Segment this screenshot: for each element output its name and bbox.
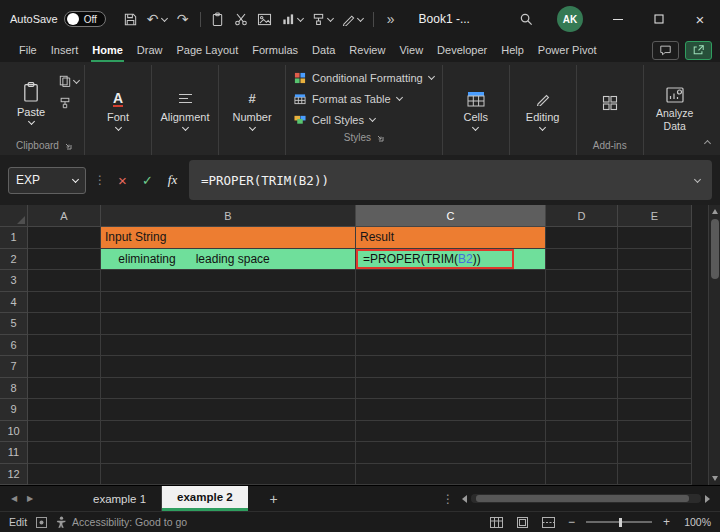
cell-A4[interactable] [28,292,101,314]
accessibility-checker-button[interactable]: Accessibility: Good to go [56,516,187,528]
tab-review[interactable]: Review [342,38,392,62]
cell-A7[interactable] [28,356,101,378]
row-header-6[interactable]: 6 [0,335,28,357]
tab-home[interactable]: Home [85,38,130,62]
row-header-12[interactable]: 12 [0,464,28,486]
cell-E7[interactable] [618,356,692,378]
clipboard-button[interactable] [207,6,229,32]
column-header-A[interactable]: A [28,205,101,227]
row-header-11[interactable]: 11 [0,442,28,464]
vertical-scrollbar[interactable] [708,205,720,485]
cell-C11[interactable] [356,442,546,464]
cell-E9[interactable] [618,399,692,421]
cell-B11[interactable] [101,442,356,464]
tab-file[interactable]: File [12,38,44,62]
column-header-D[interactable]: D [546,205,618,227]
cell-A1[interactable] [28,227,101,249]
cell-A11[interactable] [28,442,101,464]
cell-E1[interactable] [618,227,692,249]
column-header-B[interactable]: B [101,205,356,227]
cell-C4[interactable] [356,292,546,314]
tab-formulas[interactable]: Formulas [245,38,305,62]
cell-C12[interactable] [356,464,546,486]
row-header-5[interactable]: 5 [0,313,28,335]
sheet-nav-right-button[interactable]: ▶ [22,494,38,503]
share-button[interactable] [685,41,712,60]
sheet-tab-example-1[interactable]: example 1 [78,486,162,511]
horizontal-scrollbar[interactable] [462,494,714,503]
format-painter-button[interactable] [308,6,337,32]
normal-view-button[interactable] [488,517,505,528]
redo-button[interactable]: ↷ [172,6,194,32]
minimize-button[interactable] [598,0,638,38]
zoom-out-button[interactable]: − [566,515,577,529]
cell-A8[interactable] [28,378,101,400]
cells-dropdown[interactable]: Cells [448,67,504,153]
zoom-slider[interactable] [586,516,652,528]
new-sheet-button[interactable]: + [262,491,286,507]
cut-button[interactable] [230,6,252,32]
tab-data[interactable]: Data [305,38,342,62]
row-header-1[interactable]: 1 [0,227,28,249]
format-painter-small-button[interactable] [59,97,79,109]
cell-A2[interactable] [28,249,101,271]
alignment-dropdown[interactable]: Alignment [157,67,213,153]
sheet-tab-example-2[interactable]: example 2 [162,486,248,511]
number-dropdown[interactable]: # Number [224,67,280,153]
cell-C2[interactable]: =PROPER(TRIM(B2)) [356,249,546,271]
clipboard-dialog-launcher[interactable] [64,142,72,150]
page-break-view-button[interactable] [540,517,557,528]
conditional-formatting-button[interactable]: Conditional Formatting [291,67,437,88]
editing-dropdown[interactable]: Editing [515,67,571,153]
analyze-data-button[interactable]: Analyze Data [649,67,701,153]
cell-B3[interactable] [101,270,356,292]
close-button[interactable]: × [680,0,720,38]
cell-E2[interactable] [618,249,692,271]
cell-D8[interactable] [546,378,618,400]
cell-E10[interactable] [618,421,692,443]
sheet-options-icon[interactable]: ⋮ [434,492,462,506]
styles-dialog-launcher[interactable] [376,134,384,142]
expand-formula-bar-icon[interactable] [694,175,701,182]
horizontal-scrollbar-track[interactable] [471,494,701,503]
collapse-ribbon-button[interactable] [705,132,710,150]
column-header-E[interactable]: E [618,205,692,227]
tab-draw[interactable]: Draw [130,38,170,62]
cell-E4[interactable] [618,292,692,314]
horizontal-scrollbar-thumb[interactable] [476,495,689,502]
page-layout-view-button[interactable] [514,517,531,528]
zoom-level[interactable]: 100% [681,516,711,528]
enter-button[interactable]: ✓ [139,173,156,188]
cell-B12[interactable] [101,464,356,486]
tab-insert[interactable]: Insert [44,38,86,62]
copy-button[interactable] [59,75,79,87]
font-dropdown[interactable]: A Font [90,67,146,153]
cell-D12[interactable] [546,464,618,486]
row-header-2[interactable]: 2 [0,249,28,271]
tab-help[interactable]: Help [494,38,531,62]
cell-C6[interactable] [356,335,546,357]
cell-B9[interactable] [101,399,356,421]
cell-C9[interactable] [356,399,546,421]
cell-B4[interactable] [101,292,356,314]
insert-picture-button[interactable] [253,6,276,32]
name-box[interactable]: EXP [8,167,86,194]
cell-D11[interactable] [546,442,618,464]
formula-input[interactable]: =PROPER(TRIM(B2)) [189,160,712,200]
draw-pen-button[interactable] [338,6,367,32]
cell-B2[interactable]: eliminating leading space [101,249,356,271]
tab-view[interactable]: View [392,38,430,62]
cell-D5[interactable] [546,313,618,335]
more-commands-button[interactable]: » [380,6,402,32]
cell-A3[interactable] [28,270,101,292]
zoom-slider-thumb[interactable] [619,518,622,527]
cell-A5[interactable] [28,313,101,335]
cell-styles-button[interactable]: Cell Styles [291,109,437,130]
search-button[interactable] [515,6,538,32]
cell-B8[interactable] [101,378,356,400]
tab-page-layout[interactable]: Page Layout [169,38,245,62]
cell-B10[interactable] [101,421,356,443]
row-header-9[interactable]: 9 [0,399,28,421]
scroll-left-arrow[interactable] [462,495,467,503]
cell-C1[interactable]: Result [356,227,546,249]
